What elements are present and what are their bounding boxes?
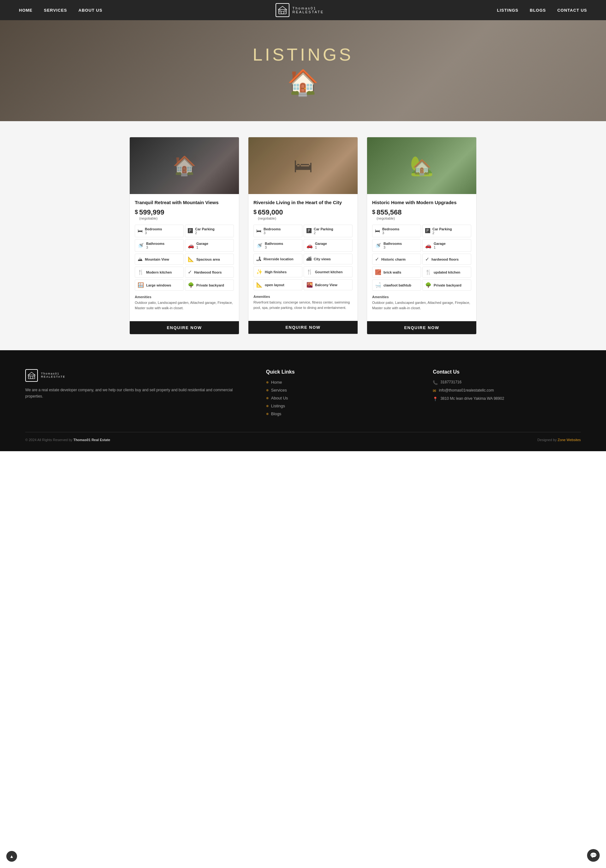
feature-label: Bedrooms xyxy=(264,227,281,231)
feature-value: 3 xyxy=(145,231,162,235)
quick-link[interactable]: Services xyxy=(271,388,287,392)
footer-bottom: © 2024 All Rights Reserved by Thomas01 R… xyxy=(25,432,581,442)
feature-label: Car Parking xyxy=(314,227,333,231)
feature-text: Bathrooms 3 xyxy=(146,242,165,249)
price-symbol: $ xyxy=(135,209,138,215)
nav-services[interactable]: SERVICES xyxy=(44,8,67,12)
feature-text: Spacious area xyxy=(196,257,220,261)
designer-link[interactable]: Zone Websites xyxy=(558,438,581,442)
contact-address: 📍 3810 Mc lean drive Yakima WA 98902 xyxy=(433,396,581,401)
feature-item: 🛏 Bedrooms 3 xyxy=(135,225,184,237)
feature-text: Hardwood floors xyxy=(194,270,222,274)
feature-text: clawfoot bathtub xyxy=(384,283,411,287)
footer-contact: Contact Us 📞 3187731716 ✉ info@thomas01r… xyxy=(433,369,581,419)
feature-text: Bedrooms 3 xyxy=(264,227,281,235)
enquire-button[interactable]: ENQUIRE NOW xyxy=(249,321,357,334)
link-dot-icon: ⊕ xyxy=(266,412,269,415)
hero-title: LISTINGS xyxy=(253,44,353,65)
feature-text: Balcony View xyxy=(315,283,337,287)
quick-link[interactable]: About Us xyxy=(271,396,288,400)
feature-label: brick walls xyxy=(384,270,401,274)
feature-item: 📐 Spacious area xyxy=(185,254,234,265)
feature-label: Bathrooms xyxy=(265,242,283,245)
feature-label: Garage xyxy=(315,242,327,245)
feature-item: 🅿 Car Parking 2 xyxy=(185,225,234,237)
footer: Thomas01 REALESTATE We are a real estate… xyxy=(0,350,606,451)
site-logo[interactable]: Thomas01 REALESTATE xyxy=(275,3,324,17)
nav-listings[interactable]: LISTINGS xyxy=(497,8,519,12)
feature-value: 2 xyxy=(432,231,452,235)
quick-link[interactable]: Listings xyxy=(271,403,285,408)
feature-icon: 🚗 xyxy=(425,243,432,249)
hero-section: LISTINGS 🏠 xyxy=(0,20,606,121)
svg-rect-2 xyxy=(279,11,281,12)
feature-label: Bathrooms xyxy=(384,242,402,245)
feature-text: Garage 1 xyxy=(434,242,446,249)
feature-icon: 🅿 xyxy=(188,228,193,234)
feature-text: Private backyard xyxy=(434,283,461,287)
feature-value: 1 xyxy=(196,245,208,249)
price-note: (negotiable) xyxy=(376,217,402,220)
quick-link[interactable]: Blogs xyxy=(271,411,281,416)
feature-item: 🪟 Large windows xyxy=(135,279,184,291)
quick-link-item: ⊕ Blogs xyxy=(266,411,414,416)
svg-rect-4 xyxy=(28,375,35,379)
feature-label: Spacious area xyxy=(196,257,220,261)
feature-item: ⛰ Mountain View xyxy=(135,254,184,265)
feature-item: 🛏 Bedrooms 3 xyxy=(372,225,421,237)
nav-about[interactable]: ABOUT US xyxy=(79,8,103,12)
amenities-text: Outdoor patio, Landscaped garden, Attach… xyxy=(135,300,234,310)
feature-label: Large windows xyxy=(146,283,171,287)
listing-title: Historic Home with Modern Upgrades xyxy=(372,200,471,205)
amenities-title: Amenities xyxy=(253,295,353,299)
amenities-text: Outdoor patio, Landscaped garden, Attach… xyxy=(372,300,471,310)
quick-link-item: ⊕ Services xyxy=(266,388,414,392)
feature-text: Private backyard xyxy=(196,283,224,287)
link-dot-icon: ⊕ xyxy=(266,388,269,392)
price-note: (negotiable) xyxy=(258,217,283,220)
feature-value: 3 xyxy=(264,231,281,235)
price-amount: 855,568 xyxy=(376,208,402,216)
feature-label: Modern kitchen xyxy=(146,270,172,274)
feature-text: Car Parking 2 xyxy=(314,227,333,235)
feature-label: Bedrooms xyxy=(145,227,162,231)
nav-home[interactable]: HOME xyxy=(19,8,33,12)
designer-credit: Designed by Zone Websites xyxy=(538,438,581,442)
enquire-button[interactable]: ENQUIRE NOW xyxy=(130,321,239,334)
feature-item: 🚗 Garage 1 xyxy=(185,239,234,252)
footer-brand: Thomas01 REALESTATE We are a real estate… xyxy=(25,369,247,419)
amenities-section: Amenities Riverfront balcony, concierge … xyxy=(253,295,353,310)
feature-icon: 🪟 xyxy=(138,282,144,288)
svg-rect-0 xyxy=(279,9,286,14)
footer-logo-text: Thomas01 REALESTATE xyxy=(41,372,65,379)
nav-left: HOME SERVICES ABOUT US xyxy=(19,8,102,12)
feature-icon: 🚗 xyxy=(188,243,194,249)
quick-link[interactable]: Home xyxy=(271,380,282,384)
feature-text: Bedrooms 3 xyxy=(382,227,399,235)
feature-text: City views xyxy=(314,257,331,261)
feature-icon: 🛏 xyxy=(138,228,143,234)
feature-label: Private backyard xyxy=(434,283,461,287)
amenities-section: Amenities Outdoor patio, Landscaped gard… xyxy=(135,295,234,310)
price-symbol: $ xyxy=(253,209,256,215)
feature-item: 🌳 Private backyard xyxy=(185,279,234,291)
feature-text: Historic charm xyxy=(381,257,406,261)
feature-item: 🚗 Garage 1 xyxy=(422,239,471,252)
nav-contact[interactable]: CONTACT US xyxy=(558,8,587,12)
feature-icon: 🧱 xyxy=(375,269,381,275)
feature-text: Modern kitchen xyxy=(146,270,172,274)
contact-list: 📞 3187731716 ✉ info@thomas01realestatell… xyxy=(433,380,581,401)
feature-label: Hardwood floors xyxy=(194,270,222,274)
listing-price: $ 659,000 (negotiable) xyxy=(253,208,353,220)
copyright-brand: Thomas01 Real Estate xyxy=(73,438,110,442)
feature-label: Riverside location xyxy=(264,257,294,261)
feature-label: hardwood floors xyxy=(432,257,458,261)
feature-item: 🍴 Modern kitchen xyxy=(135,267,184,277)
feature-icon: 🛏 xyxy=(375,228,380,234)
feature-icon: 🛏 xyxy=(256,228,261,234)
enquire-button[interactable]: ENQUIRE NOW xyxy=(367,321,476,334)
feature-icon: 🍴 xyxy=(138,269,144,275)
features-grid: 🛏 Bedrooms 3 🅿 Car Parking 2 🚿 Bathrooms… xyxy=(372,225,471,291)
nav-blogs[interactable]: BLOGS xyxy=(530,8,546,12)
price-note: (negotiable) xyxy=(139,217,165,220)
